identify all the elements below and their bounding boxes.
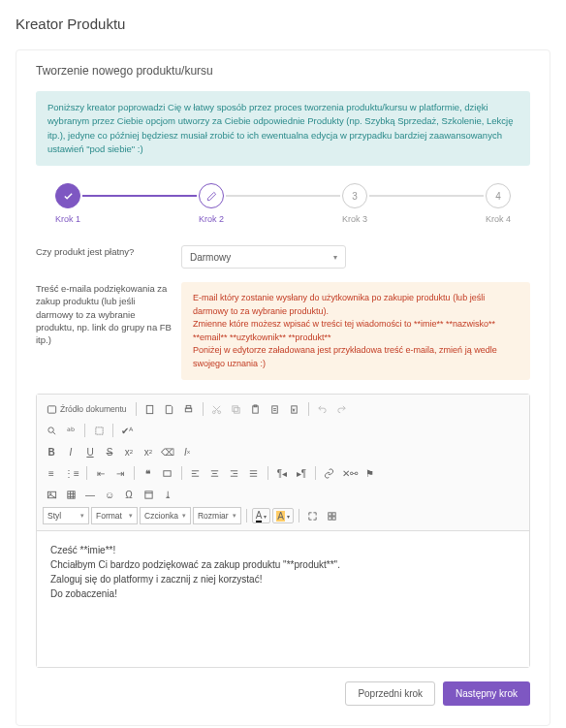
image-icon[interactable] bbox=[43, 486, 60, 503]
warning-text: Zmienne które możesz wpisać w treści tej… bbox=[193, 318, 519, 344]
info-box: Poniższy kreator poprowadzi Cię w łatwy … bbox=[36, 91, 530, 166]
editor-line: Zaloguj się do platformy i zacznij z nie… bbox=[50, 572, 516, 586]
svg-rect-17 bbox=[67, 491, 74, 497]
select-all-icon[interactable] bbox=[90, 422, 108, 439]
paid-value: Darmowy bbox=[190, 252, 231, 263]
smiley-icon[interactable]: ☺ bbox=[101, 486, 118, 503]
cut-icon[interactable] bbox=[208, 400, 226, 418]
editor-toolbar: Źródło dokumentu bbox=[37, 395, 529, 531]
div-icon[interactable] bbox=[159, 464, 176, 482]
check-icon bbox=[55, 183, 80, 208]
step-line bbox=[369, 195, 484, 197]
align-center-icon[interactable] bbox=[206, 464, 224, 482]
warning-text: E-mail który zostanie wysłany do użytkow… bbox=[193, 292, 519, 318]
unlink-icon[interactable]: ✕⚯ bbox=[340, 464, 360, 482]
info-text: Poniższy kreator poprowadzi Cię w łatwy … bbox=[47, 101, 519, 156]
size-select[interactable]: Rozmiar▾ bbox=[193, 507, 241, 524]
print-icon[interactable] bbox=[180, 400, 198, 418]
step-label: Krok 1 bbox=[55, 214, 80, 224]
svg-rect-1 bbox=[146, 405, 152, 413]
page-title: Kreator Produktu bbox=[16, 16, 550, 32]
strike-icon[interactable]: S bbox=[101, 443, 118, 460]
spellcheck-icon[interactable]: ✔ᴬ bbox=[118, 422, 136, 439]
step-1[interactable]: Krok 1 bbox=[55, 183, 80, 224]
email-info-box: E-mail który zostanie wysłany do użytkow… bbox=[181, 282, 530, 380]
find-icon[interactable] bbox=[43, 422, 60, 439]
editor-line: Do zobaczenia! bbox=[50, 586, 516, 601]
text-color-icon[interactable]: A▾ bbox=[252, 508, 271, 523]
svg-rect-13 bbox=[95, 427, 102, 433]
paste-icon[interactable] bbox=[247, 400, 265, 418]
svg-rect-10 bbox=[272, 405, 278, 412]
style-select[interactable]: Styl▾ bbox=[43, 507, 89, 524]
next-button[interactable]: Następny krok bbox=[443, 681, 530, 706]
new-page-icon[interactable] bbox=[142, 400, 159, 418]
clearformat-icon[interactable]: Ix bbox=[178, 443, 196, 460]
editor-line: Cześć **imie**! bbox=[50, 543, 516, 557]
svg-rect-21 bbox=[329, 516, 331, 519]
svg-rect-14 bbox=[164, 470, 171, 476]
paste-word-icon[interactable] bbox=[286, 400, 303, 418]
step-4[interactable]: 4 Krok 4 bbox=[486, 183, 511, 224]
svg-rect-18 bbox=[144, 491, 151, 497]
paid-label: Czy produkt jest płatny? bbox=[36, 245, 181, 269]
table-icon[interactable] bbox=[62, 486, 79, 503]
paste-text-icon[interactable] bbox=[267, 400, 284, 418]
svg-rect-3 bbox=[186, 405, 191, 408]
bold-icon[interactable]: B bbox=[43, 443, 60, 460]
step-label: Krok 4 bbox=[486, 214, 511, 224]
save-icon[interactable] bbox=[161, 400, 178, 418]
warning-text: Poniżej w edytorze załadowana jest przyk… bbox=[193, 344, 519, 370]
editor-line: Chciałbym Ci bardzo podziękować za zakup… bbox=[50, 557, 516, 572]
copy-icon[interactable] bbox=[228, 400, 245, 418]
paid-select[interactable]: Darmowy ▾ bbox=[181, 245, 346, 269]
italic-icon[interactable]: I bbox=[62, 443, 79, 460]
step-label: Krok 2 bbox=[199, 214, 224, 224]
iframe-icon[interactable] bbox=[140, 486, 157, 503]
specialchar-icon[interactable]: Ω bbox=[120, 486, 138, 503]
subscript-icon[interactable]: x2 bbox=[120, 443, 138, 460]
rtl-icon[interactable]: ▸¶ bbox=[293, 464, 310, 482]
step-line bbox=[82, 195, 197, 197]
svg-rect-22 bbox=[332, 516, 335, 519]
svg-rect-2 bbox=[185, 408, 191, 412]
underline-icon[interactable]: U bbox=[81, 443, 99, 460]
maximize-icon[interactable] bbox=[304, 507, 322, 524]
step-label: Krok 3 bbox=[342, 214, 367, 224]
pagebreak-icon[interactable]: ⤓ bbox=[159, 486, 176, 503]
hr-icon[interactable]: — bbox=[81, 486, 99, 503]
superscript-icon[interactable]: x2 bbox=[140, 443, 157, 460]
bg-color-icon[interactable]: A▾ bbox=[272, 508, 294, 523]
source-button[interactable]: Źródło dokumentu bbox=[43, 400, 131, 418]
pencil-icon bbox=[199, 183, 224, 208]
anchor-icon[interactable]: ⚑ bbox=[362, 464, 379, 482]
align-justify-icon[interactable] bbox=[245, 464, 263, 482]
svg-rect-0 bbox=[47, 405, 55, 412]
creator-card: Tworzenie nowego produktu/kursu Poniższy… bbox=[16, 49, 550, 726]
removeformat-icon[interactable]: ⌫ bbox=[159, 443, 176, 460]
outdent-icon[interactable]: ⇤ bbox=[92, 464, 110, 482]
editor-content[interactable]: Cześć **imie**! Chciałbym Ci bardzo podz… bbox=[37, 531, 529, 667]
rich-text-editor: Źródło dokumentu bbox=[36, 394, 530, 668]
show-blocks-icon[interactable] bbox=[324, 507, 341, 524]
align-left-icon[interactable] bbox=[187, 464, 204, 482]
undo-icon[interactable] bbox=[314, 400, 331, 418]
bullet-list-icon[interactable]: ⋮≡ bbox=[62, 464, 81, 482]
blockquote-icon[interactable]: ❝ bbox=[140, 464, 157, 482]
redo-icon[interactable] bbox=[333, 400, 351, 418]
link-icon[interactable] bbox=[321, 464, 338, 482]
stepper: Krok 1 Krok 2 3 Krok 3 4 Krok 4 bbox=[55, 183, 511, 224]
format-select[interactable]: Format▾ bbox=[91, 507, 138, 524]
chevron-down-icon: ▾ bbox=[333, 253, 337, 262]
svg-rect-19 bbox=[329, 512, 331, 515]
step-3[interactable]: 3 Krok 3 bbox=[342, 183, 367, 224]
indent-icon[interactable]: ⇥ bbox=[111, 464, 129, 482]
svg-rect-7 bbox=[233, 405, 238, 411]
numbered-list-icon[interactable]: ≡ bbox=[43, 464, 60, 482]
replace-icon[interactable]: ᵃᵇ bbox=[62, 422, 79, 439]
font-select[interactable]: Czcionka▾ bbox=[140, 507, 191, 524]
step-2[interactable]: Krok 2 bbox=[199, 183, 224, 224]
ltr-icon[interactable]: ¶◂ bbox=[273, 464, 291, 482]
prev-button[interactable]: Poprzedni krok bbox=[345, 681, 435, 706]
align-right-icon[interactable] bbox=[226, 464, 243, 482]
